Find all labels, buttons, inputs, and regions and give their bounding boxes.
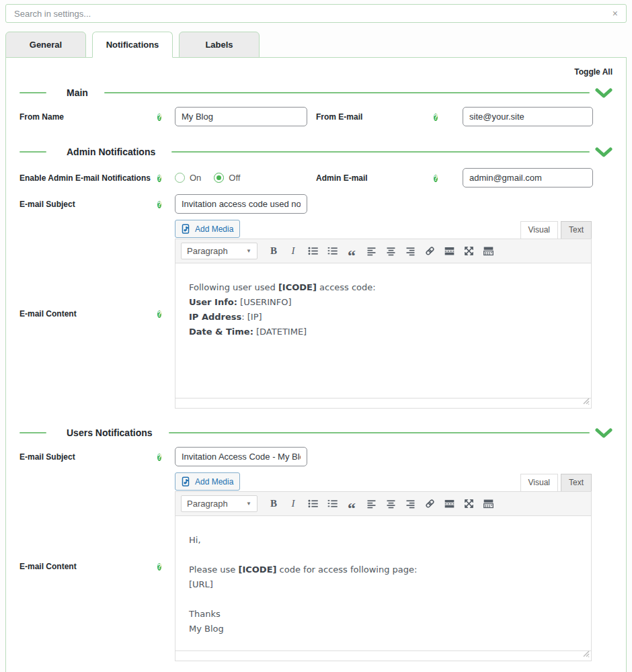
read-more-button[interactable]: [440, 243, 458, 259]
resize-handle-icon[interactable]: [582, 395, 590, 407]
help-icon[interactable]: ?: [157, 175, 161, 182]
read-more-button[interactable]: [440, 495, 458, 512]
toggle-all-link[interactable]: Toggle All: [19, 67, 613, 77]
radio-on-label[interactable]: On: [190, 173, 201, 183]
visual-tab[interactable]: Visual: [520, 474, 558, 491]
users-email-content-area[interactable]: Hi, Please use [ICODE] code for access f…: [175, 516, 591, 650]
align-left-icon: [366, 245, 377, 257]
admin-email-label: Admin E-mail: [316, 173, 434, 183]
section-main-header: Main: [19, 87, 613, 99]
align-center-button[interactable]: [382, 495, 399, 512]
tab-general[interactable]: General: [5, 32, 86, 58]
admin-email-input[interactable]: [463, 168, 593, 187]
numbered-list-icon: [327, 498, 338, 509]
align-right-icon: [405, 498, 416, 509]
text-tab[interactable]: Text: [561, 474, 592, 491]
toolbar-toggle-button[interactable]: [479, 495, 497, 512]
link-icon: [424, 245, 436, 257]
from-email-input[interactable]: [463, 107, 593, 126]
divider: [171, 151, 590, 153]
admin-email-editor: Add Media Visual Text Paragraph ▼ B I: [175, 218, 592, 409]
section-title-users: Users Notifications: [67, 427, 153, 438]
media-icon: [182, 224, 192, 234]
editor-statusbar: [175, 398, 591, 408]
users-content-label: E-mail Content: [19, 562, 157, 571]
admin-email-content-area[interactable]: Following user used [ICODE] access code:…: [175, 263, 591, 398]
row-users-subject: E-mail Subject ?: [19, 447, 613, 466]
search-input[interactable]: [13, 8, 611, 19]
align-right-button[interactable]: [401, 243, 419, 259]
blockquote-button[interactable]: “: [343, 243, 360, 259]
bullet-list-button[interactable]: [304, 495, 321, 512]
row-from: From Name ? From E-mail ?: [19, 107, 613, 126]
help-icon[interactable]: ?: [434, 175, 438, 182]
align-center-button[interactable]: [382, 243, 399, 259]
divider: [19, 151, 46, 153]
chevron-down-icon[interactable]: [595, 88, 613, 98]
from-name-label: From Name: [19, 112, 157, 122]
section-users-header: Users Notifications: [19, 427, 613, 439]
row-admin-content: E-mail Content ? Add Media Visual Text: [19, 218, 613, 409]
link-button[interactable]: [421, 243, 438, 259]
users-subject-label: E-mail Subject: [19, 452, 157, 462]
close-icon[interactable]: ×: [611, 9, 619, 18]
text-tab[interactable]: Text: [561, 221, 592, 239]
add-media-button[interactable]: Add Media: [175, 472, 240, 491]
help-icon[interactable]: ?: [157, 114, 161, 121]
link-button[interactable]: [421, 495, 438, 512]
paragraph-dropdown[interactable]: Paragraph ▼: [181, 243, 258, 259]
bold-button[interactable]: B: [265, 495, 282, 512]
bullet-list-button[interactable]: [304, 243, 321, 259]
admin-subject-input[interactable]: [175, 194, 307, 214]
help-icon[interactable]: ?: [157, 310, 161, 318]
editor-statusbar: [175, 650, 591, 661]
paragraph-dropdown[interactable]: Paragraph ▼: [181, 495, 258, 512]
radio-on[interactable]: [175, 173, 185, 183]
enable-admin-radio-group: On Off: [175, 173, 248, 183]
settings-search-bar: ×: [5, 4, 627, 23]
fullscreen-button[interactable]: [460, 243, 477, 259]
divider: [19, 432, 46, 433]
italic-button[interactable]: I: [284, 243, 302, 259]
toolbar-toggle-icon: [483, 245, 494, 257]
fullscreen-icon: [463, 245, 475, 257]
align-left-button[interactable]: [362, 495, 380, 512]
blockquote-button[interactable]: “: [343, 495, 360, 512]
notifications-panel: Toggle All Main From Name ? From E-mail …: [5, 57, 627, 672]
link-icon: [424, 498, 436, 509]
caret-down-icon: ▼: [246, 248, 251, 254]
section-admin-header: Admin Notifications: [19, 146, 613, 158]
bullet-list-icon: [307, 245, 319, 257]
divider: [19, 92, 46, 93]
numbered-list-button[interactable]: [323, 243, 341, 259]
chevron-down-icon[interactable]: [595, 147, 613, 157]
align-left-button[interactable]: [362, 243, 380, 259]
radio-off[interactable]: [214, 173, 224, 183]
row-enable-admin: Enable Admin E-mail Notifications ? On O…: [19, 168, 613, 187]
divider: [169, 432, 590, 433]
resize-handle-icon[interactable]: [582, 648, 590, 660]
numbered-list-button[interactable]: [323, 495, 341, 512]
radio-off-label[interactable]: Off: [229, 173, 240, 183]
visual-tab[interactable]: Visual: [520, 221, 558, 239]
section-title-admin: Admin Notifications: [67, 146, 155, 157]
toolbar-toggle-button[interactable]: [479, 243, 497, 259]
italic-button[interactable]: I: [284, 495, 302, 512]
chevron-down-icon[interactable]: [595, 428, 613, 438]
help-icon[interactable]: ?: [434, 114, 438, 121]
add-media-button[interactable]: Add Media: [175, 220, 240, 238]
enable-admin-label: Enable Admin E-mail Notifications: [19, 173, 157, 183]
align-right-button[interactable]: [401, 495, 419, 512]
help-icon[interactable]: ?: [157, 454, 161, 461]
bold-button[interactable]: B: [265, 243, 282, 259]
fullscreen-button[interactable]: [460, 495, 477, 512]
from-name-input[interactable]: [175, 107, 307, 126]
users-email-editor: Add Media Visual Text Paragraph ▼ B I: [175, 471, 592, 661]
tab-labels[interactable]: Labels: [179, 32, 260, 58]
help-icon[interactable]: ?: [157, 563, 161, 571]
align-center-icon: [385, 245, 397, 257]
tab-notifications[interactable]: Notifications: [92, 32, 173, 58]
help-icon[interactable]: ?: [157, 201, 161, 208]
row-admin-subject: E-mail Subject ?: [19, 194, 613, 214]
users-subject-input[interactable]: [175, 447, 307, 466]
